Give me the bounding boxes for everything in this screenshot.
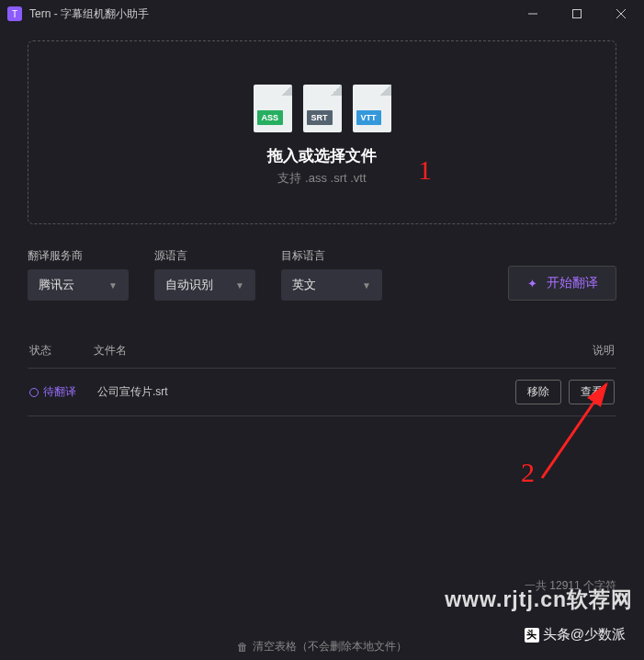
table-row: 待翻译 公司宣传片.srt 移除 查看 [28,369,616,416]
view-button[interactable]: 查看 [569,380,615,404]
target-lang-select[interactable]: 英文 ▼ [281,269,382,301]
remove-button[interactable]: 移除 [515,380,561,404]
col-desc-header: 说明 [559,343,615,358]
toutiao-icon: 头 [525,628,539,643]
col-status-header: 状态 [29,343,94,358]
source-lang-select[interactable]: 自动识别 ▼ [154,269,255,301]
char-count: 一共 12911 个字符 [525,578,616,594]
trash-icon: 🗑 [237,641,248,654]
target-lang-value: 英文 [292,277,316,293]
minimize-button[interactable] [517,0,548,28]
target-lang-label: 目标语言 [281,248,382,264]
provider-select[interactable]: 腾讯云 ▼ [28,269,129,301]
vtt-file-icon: VTT [353,85,391,132]
start-button-label: 开始翻译 [547,275,598,291]
chevron-down-icon: ▼ [362,280,371,290]
provider-value: 腾讯云 [39,277,74,293]
svg-rect-1 [573,10,582,18]
ass-file-icon: ASS [254,85,292,132]
app-icon: T [7,6,22,21]
titlebar: T Tern - 字幕组机翻小助手 [0,0,644,28]
status-text: 待翻译 [43,384,76,400]
dropzone-subtitle: 支持 .ass .srt .vtt [277,170,366,187]
provider-label: 翻译服务商 [28,248,129,264]
status-circle-icon [29,388,39,397]
file-name-cell: 公司宣传片.srt [94,384,515,400]
annotation-2: 2 [521,457,535,488]
start-translate-button[interactable]: ✦ 开始翻译 [508,266,616,301]
watermark-toutiao: 头 头条@少数派 [525,626,626,643]
col-name-header: 文件名 [94,343,559,358]
bolt-icon: ✦ [527,277,537,290]
source-lang-value: 自动识别 [165,277,213,293]
file-dropzone[interactable]: ASS SRT VTT 拖入或选择文件 支持 .ass .srt .vtt [28,40,616,224]
table-header: 状态 文件名 说明 [28,343,616,369]
clear-table-link[interactable]: 🗑 清空表格（不会删除本地文件） [237,639,407,654]
srt-file-icon: SRT [303,85,342,132]
source-lang-label: 源语言 [154,248,255,264]
clear-table-text: 清空表格（不会删除本地文件） [253,639,407,654]
chevron-down-icon: ▼ [235,280,244,290]
chevron-down-icon: ▼ [108,280,118,290]
maximize-button[interactable] [561,0,593,28]
close-button[interactable] [605,0,637,28]
dropzone-title: 拖入或选择文件 [267,145,377,166]
status-badge: 待翻译 [29,384,94,400]
window-title: Tern - 字幕组机翻小助手 [29,6,517,22]
format-icons: ASS SRT VTT [254,85,391,132]
